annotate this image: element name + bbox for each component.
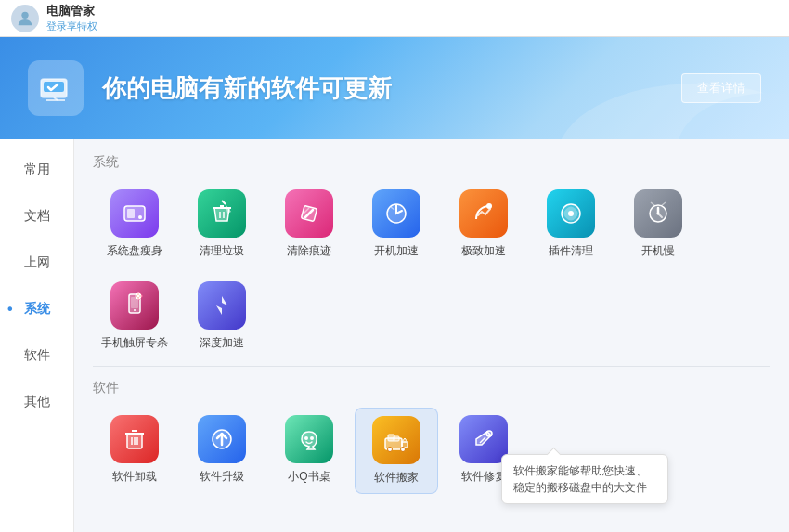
icon-disk-slim[interactable]: 系统盘瘦身 bbox=[93, 182, 176, 266]
disk-slim-icon bbox=[110, 189, 159, 238]
sidebar-item-common[interactable]: 常用 bbox=[0, 147, 73, 193]
boot-speed-label: 开机加速 bbox=[374, 243, 419, 259]
icon-clean-trash[interactable]: 清理垃圾 bbox=[180, 182, 264, 266]
mover-icon bbox=[372, 416, 420, 464]
top-bar-info: 电脑管家 登录享特权 bbox=[46, 3, 97, 33]
clean-trash-icon bbox=[198, 189, 246, 238]
icon-xiao-q[interactable]: 小Q书桌 bbox=[267, 408, 351, 494]
sidebar-item-doc[interactable]: 文档 bbox=[0, 193, 73, 240]
avatar bbox=[11, 5, 39, 32]
icon-extreme-speed[interactable]: 极致加速 bbox=[442, 182, 525, 266]
clean-trash-label: 清理垃圾 bbox=[200, 243, 244, 259]
clear-trace-icon bbox=[285, 189, 333, 238]
icon-clear-trace[interactable]: 清除痕迹 bbox=[267, 182, 351, 266]
xiao-q-icon bbox=[285, 415, 333, 463]
icon-deep-speed[interactable]: 深度加速 bbox=[180, 274, 264, 358]
svg-point-39 bbox=[401, 448, 406, 452]
svg-point-38 bbox=[388, 448, 393, 452]
svg-rect-8 bbox=[127, 209, 135, 218]
icon-uninstall[interactable]: 软件卸载 bbox=[93, 408, 176, 494]
software-icon-grid: 软件卸载 软件升级 bbox=[93, 408, 770, 494]
section-title-software: 软件 bbox=[93, 380, 770, 396]
svg-point-36 bbox=[310, 436, 314, 440]
clear-trace-label: 清除痕迹 bbox=[287, 243, 331, 259]
section-title-system: 系统 bbox=[93, 154, 770, 171]
disk-slim-label: 系统盘瘦身 bbox=[107, 243, 162, 259]
svg-point-24 bbox=[134, 309, 136, 311]
boot-slow-icon bbox=[634, 189, 682, 238]
sidebar-item-software[interactable]: 软件 bbox=[0, 332, 73, 379]
phone-screen-label: 手机触屏专杀 bbox=[101, 335, 168, 351]
repair-label: 软件修复 bbox=[461, 469, 506, 485]
sidebar-item-other[interactable]: 其他 bbox=[0, 379, 73, 425]
icon-phone-screen[interactable]: 手机触屏专杀 bbox=[93, 274, 176, 358]
icon-boot-speed[interactable]: 开机加速 bbox=[355, 182, 438, 266]
deep-speed-label: 深度加速 bbox=[200, 335, 244, 351]
section-divider bbox=[93, 366, 770, 367]
icon-mover[interactable]: 软件搬家 bbox=[355, 408, 438, 494]
upgrade-label: 软件升级 bbox=[200, 469, 244, 485]
top-bar: 电脑管家 登录享特权 bbox=[0, 0, 789, 37]
banner: 你的电脑有新的软件可更新 查看详情 bbox=[0, 37, 789, 139]
svg-line-14 bbox=[222, 201, 226, 204]
tooltip-box: 软件搬家能够帮助您快速、稳定的搬移磁盘中的大文件 bbox=[501, 454, 668, 504]
svg-point-0 bbox=[21, 11, 28, 18]
uninstall-icon bbox=[110, 415, 159, 463]
deep-speed-icon bbox=[198, 281, 246, 330]
app-name: 电脑管家 bbox=[46, 3, 97, 19]
system-icon-grid: 系统盘瘦身 清理垃圾 bbox=[93, 182, 770, 266]
svg-point-9 bbox=[138, 215, 142, 219]
extreme-speed-label: 极致加速 bbox=[461, 243, 506, 259]
login-prompt[interactable]: 登录享特权 bbox=[46, 19, 97, 33]
main-layout: 常用 文档 上网 系统 软件 其他 系统 bbox=[0, 139, 789, 532]
xiao-q-label: 小Q书桌 bbox=[288, 469, 330, 485]
svg-point-42 bbox=[486, 431, 492, 436]
phone-screen-icon bbox=[110, 281, 159, 330]
icon-upgrade[interactable]: 软件升级 bbox=[180, 408, 264, 494]
svg-point-19 bbox=[568, 211, 574, 216]
content-area: 系统 系统盘瘦身 bbox=[74, 139, 789, 532]
tooltip-text: 软件搬家能够帮助您快速、稳定的搬移磁盘中的大文件 bbox=[513, 464, 647, 494]
svg-point-17 bbox=[486, 203, 492, 209]
boot-speed-icon bbox=[372, 189, 420, 238]
svg-point-35 bbox=[304, 436, 308, 440]
plugin-clean-label: 插件清理 bbox=[549, 243, 593, 259]
plugin-clean-icon bbox=[547, 189, 595, 238]
sidebar: 常用 文档 上网 系统 软件 其他 bbox=[0, 139, 74, 532]
svg-point-21 bbox=[657, 213, 660, 215]
system-icon-grid-row2: 手机触屏专杀 深度加速 bbox=[93, 274, 770, 358]
boot-slow-label: 开机慢 bbox=[641, 243, 675, 259]
banner-icon bbox=[28, 60, 84, 116]
repair-icon bbox=[459, 415, 508, 463]
upgrade-icon bbox=[198, 415, 246, 463]
icon-boot-slow[interactable]: 开机慢 bbox=[616, 182, 700, 266]
icon-plugin-clean[interactable]: 插件清理 bbox=[529, 182, 613, 266]
mover-label: 软件搬家 bbox=[374, 470, 419, 486]
svg-rect-41 bbox=[394, 436, 399, 441]
extreme-speed-icon bbox=[459, 189, 508, 238]
sidebar-item-system[interactable]: 系统 bbox=[0, 286, 73, 332]
sidebar-item-internet[interactable]: 上网 bbox=[0, 240, 73, 286]
uninstall-label: 软件卸载 bbox=[112, 469, 157, 485]
